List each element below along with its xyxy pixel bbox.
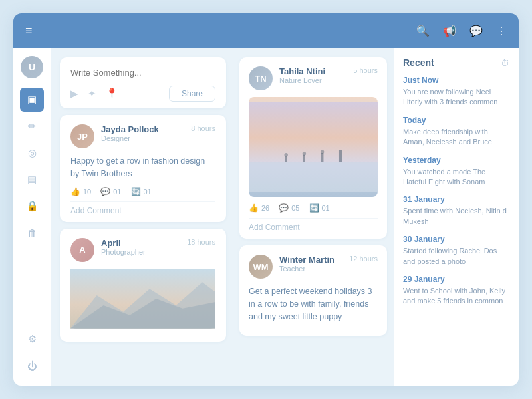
sidebar-item-lock[interactable]: 🔒 <box>20 194 44 218</box>
likes-stat: 👍 10 <box>70 187 91 196</box>
post-content: Get a perfect weekend holidays 3 in a ro… <box>249 285 378 323</box>
sidebar-item-trash[interactable]: 🗑 <box>20 221 44 245</box>
post-stats: 👍 10 💬 01 🔄 01 <box>70 187 215 196</box>
post-card-april: A April Photographer 18 hours <box>60 229 226 342</box>
comments-count: 01 <box>113 188 121 196</box>
recent-text: Make deep friendship with Aman, Neelessh… <box>403 127 509 148</box>
post-time: 18 hours <box>187 238 215 246</box>
location-icon[interactable]: 📍 <box>106 88 118 100</box>
recent-text: Went to School with John, Kelly and make… <box>403 286 509 307</box>
write-actions: ▶ ✦ 📍 Share <box>70 86 215 102</box>
recent-date: Just Now <box>403 76 509 85</box>
main-layout: U ▣ ✏ ◎ ▤ 🔒 🗑 ⚙ ⏻ ▶ ✦ 📍 Share <box>13 48 519 386</box>
post-time: 12 hours <box>349 255 378 263</box>
likes-stat: 👍 26 <box>249 203 269 213</box>
avatar[interactable]: U <box>21 56 43 78</box>
post-avatar: WM <box>249 255 273 279</box>
sidebar-item-explore[interactable]: ◎ <box>20 141 44 165</box>
shares-count: 01 <box>322 204 330 212</box>
post-avatar: JP <box>70 124 94 148</box>
middle-column: TN Tahila Ntini Nature Lover 5 hours <box>233 48 394 386</box>
share-icon[interactable]: 🔄 <box>309 203 319 213</box>
sidebar-item-grid[interactable]: ▤ <box>20 168 44 192</box>
post-name: Winter Martin <box>279 255 349 265</box>
write-input[interactable] <box>70 68 215 78</box>
feed-column: ▶ ✦ 📍 Share JP Jayda Pollock Designer 8 … <box>51 48 233 386</box>
post-role: Nature Lover <box>279 76 353 84</box>
post-image-landscape <box>249 97 378 197</box>
svg-rect-6 <box>303 155 305 162</box>
sidebar-item-settings[interactable]: ⚙ <box>20 327 44 351</box>
recent-section-jan31: 31 January Spent time with Neelesh, Niti… <box>403 195 509 227</box>
svg-point-11 <box>321 150 324 154</box>
recent-text: Spent time with Neelesh, Nitin d Mukesh <box>403 206 509 227</box>
clock-icon[interactable]: ⏱ <box>501 58 509 68</box>
recent-date: 31 January <box>403 195 509 204</box>
recent-section-yesterday: Yesterday You watched a mode The Hateful… <box>403 156 509 188</box>
post-avatar: TN <box>249 66 273 90</box>
tag-icon[interactable]: ✦ <box>88 88 96 100</box>
recent-panel: Recent ⏱ Just Now You are now following … <box>394 48 519 386</box>
recent-date: Today <box>403 116 509 125</box>
sidebar-item-power[interactable]: ⏻ <box>20 354 44 378</box>
post-meta: Jayda Pollock Designer <box>101 124 191 142</box>
share-button[interactable]: Share <box>169 86 215 102</box>
recent-date: 29 January <box>403 275 509 284</box>
post-header: WM Winter Martin Teacher 12 hours <box>249 255 378 279</box>
post-stats: 👍 26 💬 05 🔄 01 <box>249 203 378 213</box>
hamburger-icon[interactable]: ≡ <box>25 24 33 38</box>
video-icon[interactable]: ▶ <box>70 88 78 100</box>
likes-count: 26 <box>261 204 269 212</box>
svg-rect-5 <box>285 156 287 162</box>
comments-count: 05 <box>291 204 299 212</box>
share-icon[interactable]: 🔄 <box>131 187 141 196</box>
svg-rect-4 <box>249 162 378 192</box>
post-meta: Tahila Ntini Nature Lover <box>279 66 353 84</box>
recent-date: Yesterday <box>403 156 509 165</box>
middle-post-winter: WM Winter Martin Teacher 12 hours Get a … <box>239 245 387 336</box>
post-header: JP Jayda Pollock Designer 8 hours <box>70 124 215 148</box>
likes-count: 10 <box>83 188 91 196</box>
sidebar-item-home[interactable]: ▣ <box>20 88 44 112</box>
recent-section-justnow: Just Now You are now following Neel Lito… <box>403 76 509 108</box>
like-icon[interactable]: 👍 <box>70 187 80 196</box>
post-header: TN Tahila Ntini Nature Lover 5 hours <box>249 66 378 90</box>
shares-stat: 🔄 01 <box>309 203 330 213</box>
post-role: Teacher <box>279 265 349 273</box>
post-image <box>70 269 215 329</box>
post-meta: Winter Martin Teacher <box>279 255 349 273</box>
recent-text: Started following Rachel Dos and posted … <box>403 246 509 267</box>
search-icon[interactable]: 🔍 <box>416 25 430 37</box>
comment-icon[interactable]: 💬 <box>100 187 110 196</box>
add-comment[interactable]: Add Comment <box>249 218 378 232</box>
post-name: Tahila Ntini <box>279 66 353 76</box>
comments-stat: 💬 05 <box>279 203 299 213</box>
post-meta: April Photographer <box>101 238 187 256</box>
post-card: JP Jayda Pollock Designer 8 hours Happy … <box>60 115 226 222</box>
comments-stat: 💬 01 <box>100 187 121 196</box>
header: ≡ 🔍 📢 💬 ⋮ <box>13 13 519 48</box>
svg-point-9 <box>284 153 287 156</box>
post-time: 5 hours <box>353 66 378 74</box>
svg-rect-7 <box>321 153 324 162</box>
post-avatar: A <box>70 238 94 262</box>
post-name: Jayda Pollock <box>101 124 191 134</box>
add-comment[interactable]: Add Comment <box>70 201 215 215</box>
comment-icon[interactable]: 💬 <box>279 203 289 213</box>
announce-icon[interactable]: 📢 <box>443 25 456 37</box>
recent-section-today: Today Make deep friendship with Aman, Ne… <box>403 116 509 148</box>
sidebar-item-edit[interactable]: ✏ <box>20 114 44 138</box>
header-left: ≡ <box>25 24 33 38</box>
post-role: Photographer <box>101 248 187 256</box>
recent-section-jan29: 29 January Went to School with John, Kel… <box>403 275 509 307</box>
shares-stat: 🔄 01 <box>131 187 152 196</box>
write-box: ▶ ✦ 📍 Share <box>60 57 226 108</box>
svg-point-10 <box>303 152 306 155</box>
like-icon[interactable]: 👍 <box>249 203 259 213</box>
more-icon[interactable]: ⋮ <box>496 25 507 37</box>
recent-header: Recent ⏱ <box>403 57 509 68</box>
chat-icon[interactable]: 💬 <box>469 25 483 37</box>
recent-section-jan30: 30 January Started following Rachel Dos … <box>403 235 509 267</box>
middle-post-tahila: TN Tahila Ntini Nature Lover 5 hours <box>239 57 387 239</box>
post-name: April <box>101 238 187 248</box>
